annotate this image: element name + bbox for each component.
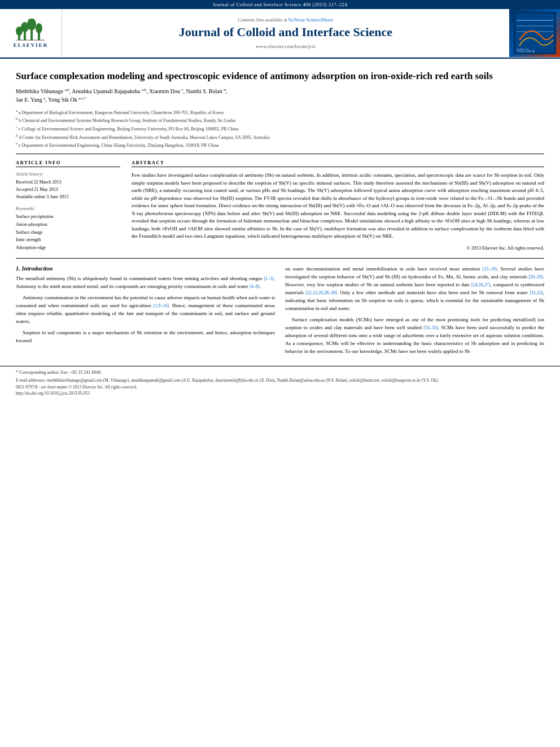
article-title: Surface complexation modeling and spectr… xyxy=(16,70,544,82)
journal-bar-text: Journal of Colloid and Interface Science… xyxy=(213,2,348,7)
copyright-line: © 2013 Elsevier Inc. All rights reserved… xyxy=(132,245,544,251)
svg-rect-2 xyxy=(24,31,26,40)
article-info-column: ARTICLE INFO Article history: Received 2… xyxy=(16,160,120,251)
intro-para-right-2: Surface complexation models (SCMs) have … xyxy=(285,316,544,356)
info-abstract-columns: ARTICLE INFO Article history: Received 2… xyxy=(16,160,544,251)
body-columns: 1. Introduction The metalloid antimony (… xyxy=(16,265,544,359)
journal-thumbnail: COLLOID & INTERFACE xyxy=(509,9,560,57)
authors-line: Meththika Vithanage a,b, Anushka Upamali… xyxy=(16,87,544,104)
elsevier-tree-icon xyxy=(15,19,46,41)
affiliation-e: e e Department of Environmental Engineer… xyxy=(16,141,544,149)
keywords-list: Surface precipitation Anion adsorption S… xyxy=(16,213,120,251)
sciverse-link[interactable]: SciVerse ScienceDirect xyxy=(288,17,334,23)
header-center: Contents lists available at SciVerse Sci… xyxy=(62,9,509,57)
intro-para-right-1: on water decontamination and metal immob… xyxy=(285,265,544,313)
header-top: ELSEVIER Contents lists available at Sci… xyxy=(0,9,560,58)
intro-para-3: Sorption to soil components is a major m… xyxy=(16,329,275,345)
article-info-header: ARTICLE INFO xyxy=(16,160,120,167)
email-label: E-mail addresses: xyxy=(16,378,46,383)
received-date: Received 22 March 2013 xyxy=(16,179,120,186)
affiliation-a: a a Department of Biological Environment… xyxy=(16,108,544,116)
article-history-label: Article history: xyxy=(16,172,120,177)
abstract-column: ABSTRACT Few studies have investigated s… xyxy=(132,160,544,251)
svg-text:INTERFACE: INTERFACE xyxy=(517,48,529,51)
affiliation-b: b b Chemical and Environmental Systems M… xyxy=(16,116,544,124)
section-divider xyxy=(16,258,544,259)
intro-para-1: The metalloid antimony (Sb) is ubiquitou… xyxy=(16,275,275,291)
body-left-column: 1. Introduction The metalloid antimony (… xyxy=(16,265,275,359)
footer: * Corresponding author. Fax: +82 33 241 … xyxy=(0,366,560,400)
keywords-section: Keywords: Surface precipitation Anion ad… xyxy=(16,206,120,251)
introduction-title: 1. Introduction xyxy=(16,265,275,272)
email-addresses: meththikavithanage@gmail.com (M. Vithana… xyxy=(47,378,439,383)
svg-point-5 xyxy=(27,19,36,30)
affiliation-d: d d Centre for Environmental Risk Assess… xyxy=(16,133,544,141)
footer-emails: E-mail addresses: meththikavithanage@gma… xyxy=(16,378,544,384)
elsevier-logo: ELSEVIER xyxy=(0,9,62,57)
available-date: Available online 3 June 2013 xyxy=(16,194,120,201)
affiliations: a a Department of Biological Environment… xyxy=(16,108,544,154)
doi-note: http://dx.doi.org/10.1016/j.jcis.2013.05… xyxy=(16,391,544,396)
keywords-label: Keywords: xyxy=(16,206,120,211)
abstract-text: Few studies have investigated surface co… xyxy=(132,172,544,241)
svg-rect-6 xyxy=(38,32,40,40)
contents-line: Contents lists available at SciVerse Sci… xyxy=(238,17,334,23)
accepted-date: Accepted 21 May 2013 xyxy=(16,186,120,194)
keyword-4: Ionic strength xyxy=(16,236,120,244)
keyword-3: Surface charge xyxy=(16,229,120,237)
keyword-2: Anion adsorption xyxy=(16,221,120,229)
svg-point-7 xyxy=(36,23,42,33)
cover-thumbnail-icon: COLLOID & INTERFACE xyxy=(514,12,556,54)
affiliation-c: c c College of Environmental Science and… xyxy=(16,124,544,133)
journal-url: www.elsevier.com/locate/jcis xyxy=(256,43,315,49)
journal-main-title: Journal of Colloid and Interface Science xyxy=(179,25,392,40)
keyword-5: Adsorption edge xyxy=(16,244,120,252)
body-right-column: on water decontamination and metal immob… xyxy=(285,265,544,359)
journal-bar: Journal of Colloid and Interface Science… xyxy=(0,0,560,9)
corresponding-note: * Corresponding author. Fax: +82 33 241 … xyxy=(16,370,544,375)
intro-para-2: Antimony contamination in the environmen… xyxy=(16,294,275,326)
header-area: ELSEVIER Contents lists available at Sci… xyxy=(0,9,560,59)
main-content: Surface complexation modeling and spectr… xyxy=(0,59,560,366)
issn-note: 0021-9797/$ - see front matter © 2013 El… xyxy=(16,385,544,390)
elsevier-label-text: ELSEVIER xyxy=(14,42,49,48)
svg-rect-10 xyxy=(515,14,554,53)
abstract-header: ABSTRACT xyxy=(132,160,544,167)
keyword-1: Surface precipitation xyxy=(16,213,120,221)
article-dates: Received 22 March 2013 Accepted 21 May 2… xyxy=(16,179,120,200)
